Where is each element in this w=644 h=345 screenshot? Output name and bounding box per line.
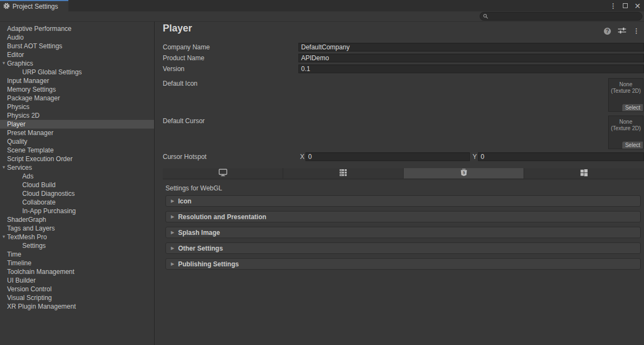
y-axis-label: Y — [473, 153, 477, 161]
sidebar-item-visual-scripting[interactable]: Visual Scripting — [0, 293, 154, 302]
sidebar-item-timeline[interactable]: Timeline — [0, 259, 154, 267]
sidebar-item-memory-settings[interactable]: Memory Settings — [0, 85, 154, 94]
sidebar-item-editor[interactable]: Editor — [0, 50, 154, 59]
default-icon-object-field[interactable]: None (Texture 2D) Select — [608, 78, 643, 112]
maximize-icon[interactable] — [623, 3, 628, 8]
desktop-icon — [219, 169, 227, 178]
company-name-input[interactable] — [298, 43, 644, 52]
gear-icon — [3, 2, 10, 11]
section-publishing-settings[interactable]: ▶Publishing Settings — [165, 258, 641, 270]
product-name-input[interactable] — [298, 54, 644, 62]
windows-icon — [581, 169, 588, 178]
sidebar-item-label: Script Execution Order — [7, 155, 73, 163]
sidebar-item-label: Graphics — [7, 60, 33, 67]
sidebar-item-label: Physics — [7, 103, 29, 111]
close-icon[interactable]: ✕ — [634, 2, 641, 10]
player-settings-panel: Player ? ⋮ Company NameProduct NameVersi… — [155, 22, 644, 345]
sidebar-item-label: URP Global Settings — [22, 68, 82, 76]
sidebar-item-cloud-diagnostics[interactable]: Cloud Diagnostics — [0, 189, 154, 198]
default-cursor-object-field[interactable]: None (Texture 2D) Select — [608, 116, 643, 149]
sidebar-item-ads[interactable]: Ads — [0, 172, 154, 181]
sidebar-item-input-manager[interactable]: Input Manager — [0, 76, 154, 85]
search-box[interactable] — [480, 12, 642, 21]
sidebar-item-version-control[interactable]: Version Control — [0, 285, 154, 293]
sidebar-item-physics-2d[interactable]: Physics 2D — [0, 111, 154, 120]
section-icon[interactable]: ▶Icon — [165, 195, 641, 207]
help-icon[interactable]: ? — [604, 28, 611, 35]
sidebar-item-xr-plugin-management[interactable]: XR Plugin Management — [0, 302, 154, 311]
cursor-hotspot-y-input[interactable] — [478, 152, 644, 161]
sidebar-item-label: Visual Scripting — [7, 294, 52, 302]
window-menu-icon[interactable]: ⋮ — [610, 3, 616, 9]
sidebar-item-audio[interactable]: Audio — [0, 33, 154, 42]
sidebar-item-quality[interactable]: Quality — [0, 137, 154, 146]
sidebar-item-time[interactable]: Time — [0, 250, 154, 259]
sidebar-item-tags-and-layers[interactable]: Tags and Layers — [0, 224, 154, 233]
settings-for-platform-label: Settings for WebGL — [165, 184, 222, 192]
foldout-closed-icon: ▶ — [171, 214, 174, 219]
window-tab-title: Project Settings — [12, 3, 58, 10]
window-controls: ⋮ ✕ — [610, 0, 641, 11]
sidebar-item-graphics[interactable]: ▼Graphics — [0, 59, 154, 68]
platform-tab-dedicated-server[interactable] — [283, 168, 404, 178]
field-row-product-name: Product Name — [155, 54, 644, 62]
presets-icon[interactable] — [618, 26, 626, 36]
select-button[interactable]: Select — [622, 104, 643, 111]
sidebar-item-label: Preset Manager — [7, 129, 53, 137]
platform-tab-windows[interactable] — [524, 168, 644, 178]
version-input[interactable] — [298, 65, 644, 73]
sidebar-item-cloud-build[interactable]: Cloud Build — [0, 181, 154, 189]
foldout-open-icon[interactable]: ▼ — [1, 163, 7, 172]
section-splash-image[interactable]: ▶Splash Image — [165, 227, 641, 238]
platform-tab-desktop[interactable] — [163, 168, 283, 178]
sidebar-item-in-app-purchasing[interactable]: In-App Purchasing — [0, 207, 154, 215]
sidebar-item-label: In-App Purchasing — [22, 207, 76, 215]
sidebar-item-label: Tags and Layers — [7, 225, 55, 232]
sidebar-item-label: Services — [7, 164, 32, 171]
sidebar-item-scene-template[interactable]: Scene Template — [0, 146, 154, 155]
sidebar-item-label: Package Manager — [7, 94, 60, 102]
foldout-open-icon[interactable]: ▼ — [1, 233, 7, 241]
sidebar-item-package-manager[interactable]: Package Manager — [0, 94, 154, 103]
sidebar-item-player[interactable]: Player — [0, 120, 154, 129]
sidebar-item-label: Memory Settings — [7, 86, 56, 93]
sidebar-item-label: Player — [7, 120, 25, 128]
sidebar-item-ui-builder[interactable]: UI Builder — [0, 276, 154, 285]
sidebar-item-adaptive-performance[interactable]: Adaptive Performance — [0, 24, 154, 33]
foldout-closed-icon: ▶ — [171, 199, 174, 203]
foldout-closed-icon: ▶ — [171, 261, 174, 266]
field-row-company-name: Company Name — [155, 43, 644, 52]
panel-menu-icon[interactable]: ⋮ — [633, 28, 640, 34]
sidebar-item-label: Cloud Build — [22, 181, 55, 189]
sidebar-item-label: Physics 2D — [7, 112, 40, 119]
sidebar-item-shadergraph[interactable]: ShaderGraph — [0, 215, 154, 224]
sidebar-item-script-execution-order[interactable]: Script Execution Order — [0, 155, 154, 163]
foldout-open-icon[interactable]: ▼ — [1, 59, 7, 68]
project-settings-window: Project Settings ⋮ ✕ Adaptive Performanc… — [0, 0, 644, 345]
foldout-closed-icon: ▶ — [171, 246, 174, 251]
sidebar-item-preset-manager[interactable]: Preset Manager — [0, 129, 154, 137]
platform-tabbar: 5 — [163, 168, 644, 180]
section-other-settings[interactable]: ▶Other Settings — [165, 242, 641, 254]
section-resolution-and-presentation[interactable]: ▶Resolution and Presentation — [165, 211, 641, 222]
sidebar-item-settings[interactable]: Settings — [0, 241, 154, 250]
sidebar-item-label: UI Builder — [7, 277, 36, 284]
sidebar-item-collaborate[interactable]: Collaborate — [0, 198, 154, 207]
field-row-version: Version — [155, 65, 644, 73]
dedicated-server-icon — [340, 169, 347, 178]
cursor-hotspot-x-input[interactable] — [305, 152, 470, 161]
search-input[interactable] — [490, 13, 632, 20]
sidebar-item-services[interactable]: ▼Services — [0, 163, 154, 172]
sidebar-item-label: Ads — [22, 173, 34, 180]
cursor-hotspot-label: Cursor Hotspot — [163, 153, 207, 161]
sidebar-item-textmesh-pro[interactable]: ▼TextMesh Pro — [0, 233, 154, 241]
tab-project-settings[interactable]: Project Settings — [0, 0, 68, 11]
sidebar-item-physics[interactable]: Physics — [0, 103, 154, 111]
sidebar-item-toolchain-management[interactable]: Toolchain Management — [0, 267, 154, 276]
sidebar-item-urp-global-settings[interactable]: URP Global Settings — [0, 68, 154, 76]
webgl-icon: 5 — [461, 169, 467, 178]
platform-tab-webgl[interactable]: 5 — [404, 168, 524, 178]
sidebar-item-burst-aot-settings[interactable]: Burst AOT Settings — [0, 42, 154, 50]
settings-sections: ▶Icon▶Resolution and Presentation▶Splash… — [165, 195, 641, 274]
select-button[interactable]: Select — [622, 142, 643, 149]
